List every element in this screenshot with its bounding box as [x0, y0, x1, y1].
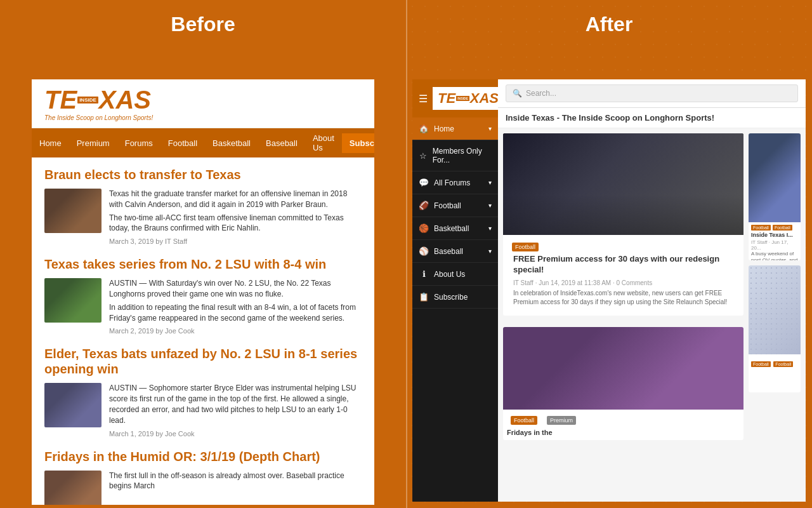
article-img-1: [44, 189, 102, 233]
bottom-article-body: Football Premium Fridays in the: [503, 410, 743, 440]
article-title-3: Elder, Texas bats unfazed by No. 2 LSU i…: [44, 346, 362, 377]
search-placeholder: Search...: [526, 89, 556, 98]
sidebar-label-basketball: Basketball: [434, 224, 469, 233]
sidebar-item-football-left: 🏈 Football: [419, 201, 461, 210]
article-text-4: The first lull in the off-season is alre…: [109, 471, 362, 505]
article-img-3: [44, 383, 102, 427]
sidebar-logo-te: TE: [438, 90, 455, 107]
nav-baseball[interactable]: Baseball: [258, 133, 305, 153]
articles-area: Football FREE Premium access for 30 days…: [498, 128, 806, 502]
page-title: Inside Texas - The Inside Scoop on Longh…: [506, 113, 798, 123]
side-article-1-meta: IT Staff · Jun 17, 20...: [749, 239, 801, 251]
sidebar-label-football: Football: [434, 201, 461, 210]
nav-basketball[interactable]: Basketball: [205, 133, 258, 153]
featured-article-excerpt: In celebration of InsideTexas.com's new …: [508, 289, 738, 312]
sidebar-logo-xas: XAS: [470, 90, 499, 107]
sidebar-item-home[interactable]: 🏠 Home ▾: [412, 117, 498, 140]
featured-article-body: Football FREE Premium access for 30 days…: [503, 235, 743, 316]
side-tag-2b: Football: [773, 361, 793, 367]
featured-article-meta: IT Staff · Jun 14, 2019 at 11:38 AM · 0 …: [508, 279, 738, 289]
article-row-4: The first lull in the off-season is alre…: [44, 471, 362, 505]
featured-article-img: [503, 133, 743, 235]
sidebar-label-baseball: Baseball: [434, 247, 463, 256]
side-article-2-body: Football Football: [749, 354, 801, 371]
bottom-tag-football: Football: [511, 416, 537, 425]
sidebar-label-about: About Us: [434, 270, 465, 279]
search-bar[interactable]: 🔍 Search...: [506, 84, 798, 102]
nav-subscribe[interactable]: Subscribe: [342, 133, 374, 153]
article-row-3: AUSTIN — Sophomore starter Bryce Elder w…: [44, 383, 362, 437]
before-nav: Home Premium Forums Football Basketball …: [32, 128, 374, 157]
chevron-football-icon: ▾: [488, 202, 492, 209]
sidebar-item-members-left: ☆ Members Only For...: [419, 147, 492, 164]
before-panel: Before TE INSIDE XAS The Inside Scoop on…: [0, 0, 406, 508]
hamburger-icon[interactable]: ☰: [419, 93, 428, 105]
article-row-2: AUSTIN — With Saturday's win over No. 2 …: [44, 278, 362, 335]
sidebar-item-forums[interactable]: 💬 All Forums ▾: [412, 171, 498, 194]
nav-premium[interactable]: Premium: [69, 133, 117, 153]
sidebar-item-football[interactable]: 🏈 Football ▾: [412, 194, 498, 217]
article-excerpt1-1: Texas hit the graduate transfer market f…: [109, 189, 362, 210]
side-tag-1a: Football: [751, 225, 771, 231]
sidebar-item-basketball[interactable]: 🏀 Basketball ▾: [412, 217, 498, 240]
chevron-forums-icon: ▾: [488, 179, 492, 186]
nav-home[interactable]: Home: [32, 133, 69, 153]
sidebar-top-header: ☰ TE INSIDE XAS: [412, 79, 498, 117]
main-articles-column: Football FREE Premium access for 30 days…: [503, 133, 743, 497]
sidebar-label-subscribe: Subscribe: [434, 293, 468, 302]
sidebar-logo: TE INSIDE XAS: [433, 87, 504, 110]
before-content: Braun elects to transfer to Texas Texas …: [32, 157, 374, 505]
side-articles-column: Football Football Inside Texas I... IT S…: [749, 133, 801, 497]
main-content: 🔍 Search... Inside Texas - The Inside Sc…: [498, 79, 806, 502]
football-icon: 🏈: [419, 201, 429, 210]
featured-article: Football FREE Premium access for 30 days…: [503, 133, 743, 316]
sidebar-label-home: Home: [434, 124, 454, 133]
before-logo-inside: INSIDE: [77, 97, 98, 104]
before-logo-te: TE: [44, 86, 77, 114]
article-img-2: [44, 278, 102, 323]
sidebar-item-baseball[interactable]: ⚾ Baseball ▾: [412, 240, 498, 263]
sidebar-inside-box: INSIDE: [456, 96, 469, 101]
bottom-article-tags: Football Premium: [507, 412, 740, 427]
sidebar: ☰ TE INSIDE XAS 🏠 Home ▾: [412, 79, 498, 502]
search-icon: 🔍: [513, 89, 522, 98]
article-title-4: Fridays in the Humid OR: 3/1/19 (Depth C…: [44, 449, 362, 464]
article-title-1: Braun elects to transfer to Texas: [44, 167, 362, 182]
sidebar-label-forums: All Forums: [434, 178, 470, 187]
side-tag-2: Football: [751, 361, 771, 367]
bottom-article-img: [503, 327, 743, 410]
nav-about[interactable]: About Us: [305, 128, 342, 157]
sidebar-item-members[interactable]: ☆ Members Only For...: [412, 140, 498, 171]
sidebar-item-home-left: 🏠 Home: [419, 124, 454, 133]
article-text-2: AUSTIN — With Saturday's win over No. 2 …: [109, 278, 362, 335]
sidebar-item-subscribe[interactable]: 📋 Subscribe: [412, 286, 498, 309]
sidebar-item-about[interactable]: ℹ About Us: [412, 263, 498, 286]
bottom-tag-premium: Premium: [547, 416, 576, 425]
sidebar-item-baseball-left: ⚾ Baseball: [419, 246, 463, 256]
subscribe-icon: 📋: [419, 292, 429, 302]
before-logo-texas: TE INSIDE XAS: [44, 86, 362, 114]
sidebar-item-forums-left: 💬 All Forums: [419, 178, 470, 187]
baseball-icon: ⚾: [419, 246, 429, 256]
page-title-bar: Inside Texas - The Inside Scoop on Longh…: [498, 108, 806, 128]
article-text-1: Texas hit the graduate transfer market f…: [109, 189, 362, 245]
bottom-article-title: Fridays in the: [507, 427, 740, 438]
article-img-4: [44, 471, 102, 505]
article-meta-3: March 1, 2019 by Joe Cook: [109, 430, 362, 438]
nav-football[interactable]: Football: [160, 133, 205, 153]
before-logo: TE INSIDE XAS The Inside Scoop on Longho…: [44, 86, 362, 121]
nav-forums[interactable]: Forums: [117, 133, 160, 153]
basketball-icon: 🏀: [419, 224, 429, 233]
article-excerpt2-2: In addition to repeating the final resul…: [109, 302, 362, 324]
before-label: Before: [0, 0, 406, 49]
article-excerpt1-2: AUSTIN — With Saturday's win over No. 2 …: [109, 278, 362, 300]
info-icon: ℹ: [419, 269, 429, 279]
chevron-basketball-icon: ▾: [488, 225, 492, 232]
article-excerpt2-1: The two-time all-ACC first team offensiv…: [109, 213, 362, 234]
after-site: ☰ TE INSIDE XAS 🏠 Home ▾: [412, 79, 806, 502]
forums-icon: 💬: [419, 178, 429, 187]
article-row-1: Texas hit the graduate transfer market f…: [44, 189, 362, 245]
article-excerpt1-3: AUSTIN — Sophomore starter Bryce Elder w…: [109, 383, 362, 425]
main-header: 🔍 Search...: [498, 79, 806, 108]
before-site: TE INSIDE XAS The Inside Scoop on Longho…: [32, 79, 374, 505]
